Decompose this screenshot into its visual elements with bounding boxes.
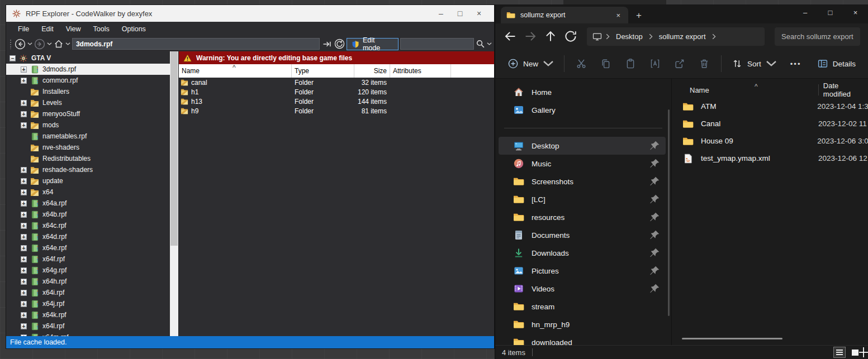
explorer-search-input[interactable]: [775, 27, 860, 46]
tree-root-gtav[interactable]: – GTA V: [6, 52, 170, 64]
minimize-button[interactable]: –: [793, 4, 818, 21]
sidebar-item[interactable]: Desktop: [499, 137, 666, 155]
expand-toggle[interactable]: +: [21, 323, 27, 329]
search-icon[interactable]: [476, 39, 485, 49]
expand-toggle[interactable]: +: [21, 234, 27, 240]
close-button[interactable]: ×: [469, 9, 488, 18]
maximize-button[interactable]: □: [450, 9, 469, 18]
up-button[interactable]: [543, 29, 558, 44]
table-row[interactable]: h13 Folder 144 items: [179, 97, 494, 106]
expand-toggle[interactable]: +: [21, 256, 27, 262]
tree-item[interactable]: nametables.rpf: [6, 131, 170, 142]
menu-item[interactable]: Edit: [35, 23, 60, 35]
rename-button[interactable]: [643, 53, 667, 74]
expand-toggle[interactable]: +: [21, 267, 27, 274]
thumbnail-view-button[interactable]: [849, 347, 861, 358]
sidebar-item[interactable]: Videos: [499, 280, 666, 298]
tree-item[interactable]: + x64l.rpf: [6, 320, 170, 332]
breadcrumb-segment[interactable]: sollumz export: [657, 31, 708, 42]
sidebar-item[interactable]: stream: [499, 298, 666, 315]
tree-item[interactable]: + x64i.rpf: [6, 287, 170, 298]
go-icon[interactable]: [321, 40, 333, 49]
expand-toggle[interactable]: +: [21, 66, 27, 73]
tree-item[interactable]: + x64f.rpf: [6, 253, 170, 265]
column-header-date-modified[interactable]: Date modified: [823, 82, 868, 98]
file-row[interactable]: House 09 2023-12-06 3:0: [672, 132, 868, 150]
new-tab-button[interactable]: +: [628, 10, 649, 23]
tab-close-icon[interactable]: ×: [614, 11, 623, 20]
expand-toggle[interactable]: +: [21, 122, 27, 128]
file-row[interactable]: ATM 2023-12-04 1:3: [672, 98, 868, 115]
more-options-button[interactable]: •••: [782, 60, 809, 68]
details-button[interactable]: Details: [812, 54, 861, 73]
tree-item[interactable]: + x64j.rpf: [6, 298, 170, 309]
search-input[interactable]: [400, 38, 474, 50]
column-header-attributes[interactable]: Attributes: [390, 64, 451, 78]
tree-item[interactable]: + x64: [6, 186, 170, 198]
tree-item[interactable]: + x64b.rpf: [6, 209, 170, 220]
address-input[interactable]: [72, 38, 320, 50]
sidebar-item[interactable]: Downloads: [499, 244, 666, 262]
menu-item[interactable]: File: [12, 23, 35, 35]
edit-mode-button[interactable]: Edit mode: [347, 38, 399, 50]
new-button[interactable]: New: [502, 54, 559, 73]
back-dropdown-icon[interactable]: [27, 41, 32, 46]
copy-button[interactable]: [594, 53, 618, 74]
collapse-toggle[interactable]: –: [10, 55, 16, 61]
sidebar-item[interactable]: Home: [499, 83, 666, 101]
tree-scrollbar-thumb[interactable]: [170, 51, 178, 246]
search-dropdown-icon[interactable]: [487, 41, 492, 46]
expand-toggle[interactable]: +: [21, 178, 27, 184]
refresh-button[interactable]: [563, 29, 578, 44]
table-row[interactable]: h1 Folder 120 items: [179, 87, 494, 97]
file-row[interactable]: Canal 2023-12-02 11: [672, 115, 868, 132]
file-row[interactable]: test_ymap.ymap.xml 2023-12-06 12: [672, 150, 868, 167]
tab-sollumz-export[interactable]: sollumz export ×: [501, 7, 628, 23]
expand-toggle[interactable]: +: [21, 312, 27, 318]
tree-item[interactable]: + x64k.rpf: [6, 309, 170, 320]
breadcrumb-segment[interactable]: Desktop: [614, 31, 645, 42]
expand-toggle[interactable]: +: [21, 245, 27, 251]
forward-button[interactable]: [523, 29, 538, 44]
expand-toggle[interactable]: +: [21, 279, 27, 285]
forward-button[interactable]: [34, 39, 45, 50]
column-header-type[interactable]: Type: [292, 64, 354, 78]
sidebar-item[interactable]: Music: [499, 155, 666, 173]
column-header-name[interactable]: Name: [672, 86, 818, 94]
expand-toggle[interactable]: +: [21, 167, 27, 173]
tree-item[interactable]: + reshade-shaders: [6, 164, 170, 175]
sidebar-item[interactable]: Gallery: [499, 101, 666, 119]
sidebar-item[interactable]: hn_mrp_h9: [499, 315, 666, 333]
expand-toggle[interactable]: +: [21, 290, 27, 296]
tree-item[interactable]: + 3dmods.rpf: [6, 64, 170, 75]
tree-item[interactable]: + update: [6, 175, 170, 186]
sidebar-item[interactable]: [LC]: [499, 190, 666, 208]
tree-item[interactable]: + x64e.rpf: [6, 242, 170, 253]
expand-toggle[interactable]: +: [21, 301, 27, 307]
back-button[interactable]: [503, 29, 518, 44]
forward-dropdown-icon[interactable]: [47, 41, 52, 46]
menu-item[interactable]: Tools: [87, 23, 116, 35]
menu-item[interactable]: Options: [116, 23, 152, 35]
tree-item[interactable]: + x64m.rpf: [6, 332, 170, 336]
back-button[interactable]: [15, 39, 26, 50]
sidebar-scrollbar-thumb[interactable]: [668, 109, 670, 316]
table-row[interactable]: canal Folder 32 items: [179, 78, 494, 87]
sort-button[interactable]: Sort: [726, 54, 782, 73]
expand-toggle[interactable]: +: [21, 78, 27, 84]
sidebar-item[interactable]: Pictures: [499, 262, 666, 280]
refresh-icon[interactable]: [334, 39, 345, 49]
tree-item[interactable]: + Levels: [6, 97, 170, 108]
chevron-right-icon[interactable]: [606, 33, 610, 40]
minimize-button[interactable]: –: [431, 9, 450, 18]
sidebar-item[interactable]: downloaded: [499, 333, 666, 345]
expand-toggle[interactable]: +: [21, 200, 27, 207]
tree-item[interactable]: Installers: [6, 86, 170, 97]
expand-toggle[interactable]: +: [21, 189, 27, 195]
home-icon[interactable]: [54, 39, 64, 49]
delete-button[interactable]: [692, 53, 717, 74]
tree-item[interactable]: + common.rpf: [6, 75, 170, 86]
expand-toggle[interactable]: +: [21, 212, 27, 218]
details-view-button[interactable]: [833, 347, 846, 358]
horizontal-scrollbar-thumb[interactable]: [682, 338, 782, 339]
